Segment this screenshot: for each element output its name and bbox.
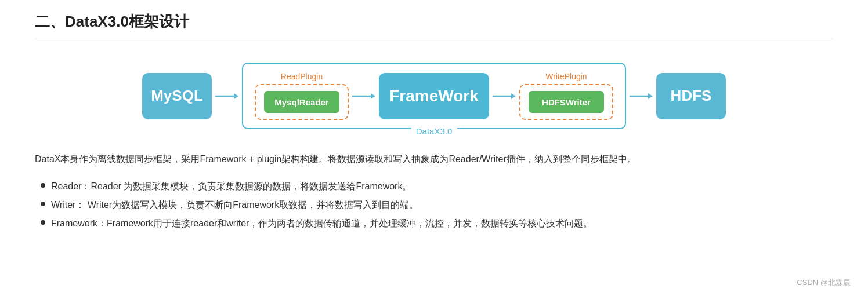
- datax-wrapper: ReadPlugin MysqlReader FrameWork: [242, 63, 626, 129]
- datax-label: DataX3.0: [411, 126, 457, 136]
- framework-box: FrameWork: [379, 73, 489, 119]
- write-plugin-label: WritePlugin: [545, 72, 587, 81]
- arrow-2: [352, 90, 375, 102]
- arrow-3: [493, 90, 516, 102]
- diagram-container: MySQL ReadPlugin MysqlReader: [35, 57, 833, 135]
- arrow-1: [215, 90, 238, 102]
- bullet-dot: [41, 183, 45, 188]
- write-plugin-dashed: HDFSWriter: [519, 84, 613, 120]
- list-item: Framework：Framework用于连接reader和writer，作为两…: [41, 214, 833, 233]
- hdfs-writer-box: HDFSWriter: [529, 91, 604, 113]
- write-plugin-wrapper: WritePlugin HDFSWriter: [519, 72, 613, 120]
- read-plugin-label: ReadPlugin: [281, 72, 323, 81]
- mysql-box: MySQL: [142, 73, 212, 119]
- bullet-dot: [41, 202, 45, 206]
- read-plugin-wrapper: ReadPlugin MysqlReader: [255, 72, 349, 120]
- mysql-reader-box: MysqlReader: [264, 91, 339, 113]
- read-plugin-dashed: MysqlReader: [255, 84, 349, 120]
- svg-marker-7: [648, 93, 653, 99]
- bullet-text-reader: Reader：Reader 为数据采集模块，负责采集数据源的数据，将数据发送给F…: [51, 177, 411, 196]
- bullet-list: Reader：Reader 为数据采集模块，负责采集数据源的数据，将数据发送给F…: [35, 177, 833, 233]
- list-item: Reader：Reader 为数据采集模块，负责采集数据源的数据，将数据发送给F…: [41, 177, 833, 196]
- description-text: DataX本身作为离线数据同步框架，采用Framework + plugin架构…: [35, 151, 833, 168]
- arrow-4: [630, 90, 653, 102]
- svg-marker-5: [511, 93, 516, 99]
- svg-marker-1: [234, 93, 238, 99]
- bullet-text-framework: Framework：Framework用于连接reader和writer，作为两…: [51, 214, 592, 233]
- bullet-dot: [41, 220, 45, 225]
- svg-marker-3: [371, 93, 375, 99]
- hdfs-box: HDFS: [656, 73, 726, 119]
- list-item: Writer： Writer为数据写入模块，负责不断向Framework取数据，…: [41, 196, 833, 214]
- page-title: 二、DataX3.0框架设计: [35, 12, 833, 39]
- bullet-text-writer: Writer： Writer为数据写入模块，负责不断向Framework取数据，…: [51, 196, 418, 214]
- watermark: CSDN @北霖辰: [797, 277, 851, 288]
